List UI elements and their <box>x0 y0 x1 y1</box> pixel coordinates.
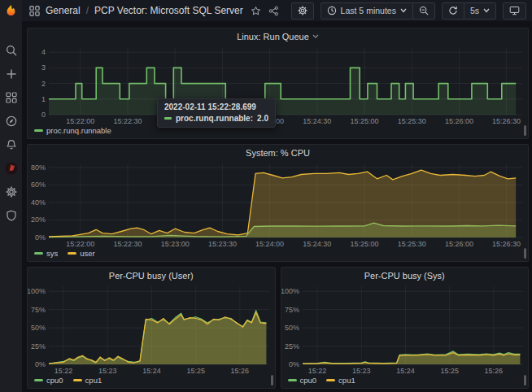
legend-item-cpu0[interactable]: cpu0 <box>34 376 63 385</box>
sidebar-item-server-admin[interactable] <box>5 209 18 222</box>
svg-text:15:24: 15:24 <box>396 367 415 375</box>
cpusys-legend: cpu0cpu1 <box>281 375 529 388</box>
legend-series-marker <box>34 129 43 132</box>
legend-item-cpu0[interactable]: cpu0 <box>288 376 317 385</box>
breadcrumb: General / PCP Vector: Microsoft SQL Serv… <box>29 5 279 16</box>
compass-icon <box>6 115 17 127</box>
svg-text:0%: 0% <box>288 360 299 368</box>
legend-series-label: proc.runq.runnable <box>46 126 111 135</box>
time-range-button[interactable]: Last 5 minutes <box>321 2 413 20</box>
graph-tooltip: 2022-02-11 15:22:28.699 proc.runq.runnab… <box>157 98 276 128</box>
grafana-app: General / PCP Vector: Microsoft SQL Serv… <box>0 0 532 392</box>
legend-series-marker <box>68 252 76 255</box>
refresh-interval-button[interactable]: 5s <box>464 2 496 20</box>
svg-text:25%: 25% <box>31 342 46 351</box>
gear-icon <box>6 186 17 198</box>
svg-text:75%: 75% <box>31 306 46 314</box>
dashboards-grid-icon <box>29 6 40 16</box>
svg-text:15:25: 15:25 <box>186 367 205 375</box>
gear-icon <box>298 6 307 15</box>
panel-scrollbar-thumb[interactable] <box>524 375 526 385</box>
clock-icon <box>327 6 337 15</box>
sidebar-item-configuration[interactable] <box>5 185 18 198</box>
panel-menu-caret-icon <box>312 34 319 39</box>
svg-text:15:25: 15:25 <box>440 367 459 375</box>
refresh-icon <box>448 6 458 15</box>
legend-item-sys[interactable]: sys <box>34 249 58 258</box>
share-icon <box>268 6 279 16</box>
sidebar-item-alerting[interactable] <box>5 138 18 151</box>
legend-series-marker <box>73 379 82 381</box>
tooltip-series-value: 2.0 <box>257 114 268 123</box>
star-dashboard-button[interactable] <box>251 6 261 16</box>
panel-system-cpu: System: % CPU 0%20%40%60%80%15:22:0015:2… <box>27 144 529 262</box>
legend-item-user[interactable]: user <box>68 249 94 258</box>
panel-title[interactable]: System: % CPU <box>28 145 528 160</box>
panel-scrollbar-thumb[interactable] <box>271 375 273 385</box>
kiosk-mode-button[interactable] <box>503 2 526 20</box>
svg-text:15:23:30: 15:23:30 <box>208 240 237 248</box>
sidebar-item-explore[interactable] <box>5 115 18 128</box>
svg-text:15:25:30: 15:25:30 <box>398 240 426 248</box>
panel-linux-run-queue: Linux: Run Queue 0123415:22:0015:22:3015… <box>27 28 529 139</box>
cpuuser-legend: cpu0cpu1 <box>28 375 275 388</box>
sidebar-item-search[interactable] <box>5 44 18 57</box>
svg-text:15:26: 15:26 <box>484 367 503 375</box>
sidebar-item-performance-copilot[interactable] <box>5 162 18 175</box>
dashboard-settings-button[interactable] <box>291 2 314 20</box>
sidebar-item-dashboards[interactable] <box>5 91 18 104</box>
panel-row: Per-CPU busy (User) 0%25%50%75%100%15:22… <box>27 267 529 389</box>
panel-title[interactable]: Per-CPU busy (Sys) <box>281 268 529 283</box>
refresh-interval-label: 5s <box>470 6 479 15</box>
svg-text:15:26:30: 15:26:30 <box>492 240 521 248</box>
legend-item-cpu1[interactable]: cpu1 <box>326 376 355 385</box>
svg-text:4: 4 <box>41 48 46 56</box>
sidebar-item-create[interactable] <box>5 68 18 81</box>
cpusys-chart-plot[interactable]: 0%25%50%75%100%15:2215:2315:2415:2515:26 <box>281 283 529 375</box>
svg-text:15:24:00: 15:24:00 <box>255 240 284 248</box>
zoom-out-button[interactable] <box>413 2 435 20</box>
refresh-group: 5s <box>442 2 496 20</box>
search-icon <box>6 45 17 56</box>
legend-series-marker <box>288 379 297 381</box>
grafana-logo[interactable] <box>4 4 18 18</box>
svg-text:2: 2 <box>41 80 46 88</box>
panel-scrollbar-thumb[interactable] <box>524 248 526 259</box>
cpuuser-chart-plot[interactable]: 0%25%50%75%100%15:2215:2315:2415:2515:26 <box>28 283 275 375</box>
legend-series-marker <box>34 252 43 255</box>
svg-text:40%: 40% <box>31 198 46 207</box>
svg-text:15:22:00: 15:22:00 <box>66 117 94 125</box>
kiosk-monitor-icon <box>509 6 520 15</box>
panel-title-text: Per-CPU busy (User) <box>109 271 194 281</box>
panel-title-text: Per-CPU busy (Sys) <box>364 271 445 281</box>
svg-text:0%: 0% <box>35 233 46 242</box>
shield-icon <box>6 210 17 221</box>
tooltip-series-row: proc.runq.runnable: 2.0 <box>164 114 268 123</box>
svg-text:100%: 100% <box>28 287 46 295</box>
refresh-button[interactable] <box>442 2 464 20</box>
time-range-label: Last 5 minutes <box>341 6 396 15</box>
panel-scrollbar-thumb[interactable] <box>524 125 526 136</box>
svg-text:20%: 20% <box>31 216 46 224</box>
legend-series-label: cpu1 <box>85 376 102 385</box>
panel-title[interactable]: Per-CPU busy (User) <box>28 268 275 283</box>
grafana-flame-icon <box>4 4 18 18</box>
sidebar <box>0 0 22 392</box>
svg-text:15:25:00: 15:25:00 <box>350 117 378 125</box>
svg-text:15:25:00: 15:25:00 <box>350 240 378 248</box>
svg-text:25%: 25% <box>284 342 299 351</box>
legend-item-cpu1[interactable]: cpu1 <box>73 376 102 385</box>
breadcrumb-folder[interactable]: General <box>46 5 81 16</box>
legend-item-proc.runq.runnable[interactable]: proc.runq.runnable <box>34 126 111 135</box>
panel-title[interactable]: Linux: Run Queue <box>28 28 528 44</box>
legend-series-label: cpu0 <box>46 376 63 385</box>
syscpu-chart-plot[interactable]: 0%20%40%60%80%15:22:0015:22:3015:23:0015… <box>28 160 528 248</box>
runq-chart-plot[interactable]: 0123415:22:0015:22:3015:23:0015:23:3015:… <box>28 44 528 125</box>
share-dashboard-button[interactable] <box>268 6 279 16</box>
svg-text:0: 0 <box>41 111 46 119</box>
main-area: General / PCP Vector: Microsoft SQL Serv… <box>22 0 532 392</box>
svg-text:15:22:00: 15:22:00 <box>66 240 94 248</box>
panel-percpu-user: Per-CPU busy (User) 0%25%50%75%100%15:22… <box>27 267 276 389</box>
svg-text:15:23:00: 15:23:00 <box>161 240 190 248</box>
syscpu-legend: sysuser <box>28 248 528 261</box>
